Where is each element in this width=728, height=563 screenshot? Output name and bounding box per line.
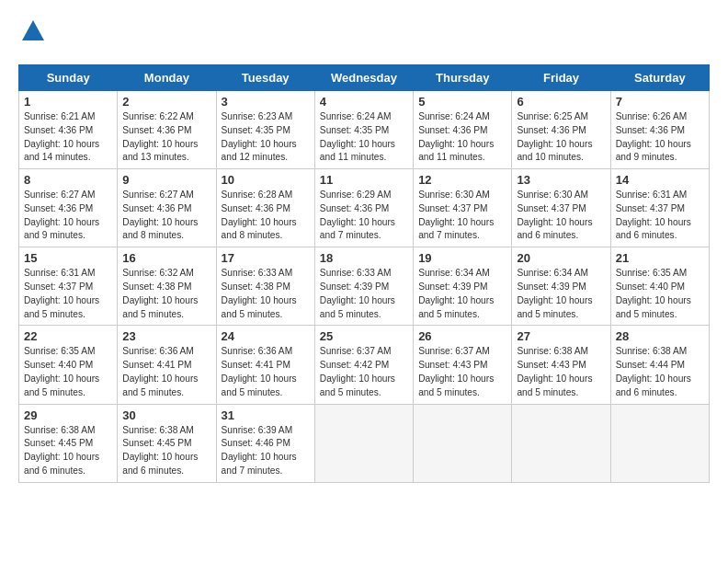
calendar-cell: 9 Sunrise: 6:27 AMSunset: 4:36 PMDayligh… <box>118 169 216 247</box>
day-number: 1 <box>24 95 112 109</box>
day-info: Sunrise: 6:35 AMSunset: 4:40 PMDaylight:… <box>24 345 112 399</box>
day-info: Sunrise: 6:28 AMSunset: 4:36 PMDaylight:… <box>222 189 310 243</box>
calendar-cell: 29 Sunrise: 6:38 AMSunset: 4:45 PMDaylig… <box>19 404 118 482</box>
calendar-cell: 22 Sunrise: 6:35 AMSunset: 4:40 PMDaylig… <box>19 326 118 404</box>
calendar-cell: 31 Sunrise: 6:39 AMSunset: 4:46 PMDaylig… <box>216 404 314 482</box>
day-info: Sunrise: 6:30 AMSunset: 4:37 PMDaylight:… <box>418 189 506 243</box>
day-info: Sunrise: 6:33 AMSunset: 4:38 PMDaylight:… <box>222 267 310 321</box>
week-row: 15 Sunrise: 6:31 AMSunset: 4:37 PMDaylig… <box>19 247 710 326</box>
day-number: 17 <box>222 251 310 265</box>
day-number: 31 <box>222 408 310 422</box>
calendar-cell <box>512 404 610 482</box>
day-number: 29 <box>24 408 112 422</box>
day-number: 3 <box>222 95 310 109</box>
day-info: Sunrise: 6:29 AMSunset: 4:36 PMDaylight:… <box>320 189 408 243</box>
day-number: 26 <box>418 329 506 343</box>
day-info: Sunrise: 6:25 AMSunset: 4:36 PMDaylight:… <box>517 110 605 165</box>
col-header-sunday: Sunday <box>19 65 118 91</box>
calendar-cell: 10 Sunrise: 6:28 AMSunset: 4:36 PMDaylig… <box>216 169 314 247</box>
calendar-cell: 8 Sunrise: 6:27 AMSunset: 4:36 PMDayligh… <box>19 169 118 247</box>
day-number: 25 <box>320 329 408 343</box>
day-info: Sunrise: 6:24 AMSunset: 4:35 PMDaylight:… <box>320 110 408 165</box>
header-row: SundayMondayTuesdayWednesdayThursdayFrid… <box>19 65 710 91</box>
calendar-cell: 27 Sunrise: 6:38 AMSunset: 4:43 PMDaylig… <box>512 326 610 404</box>
day-number: 16 <box>122 251 210 265</box>
day-number: 4 <box>320 95 408 109</box>
calendar-cell: 25 Sunrise: 6:37 AMSunset: 4:42 PMDaylig… <box>314 326 413 404</box>
day-info: Sunrise: 6:38 AMSunset: 4:45 PMDaylight:… <box>122 424 210 478</box>
calendar-cell: 17 Sunrise: 6:33 AMSunset: 4:38 PMDaylig… <box>216 247 314 326</box>
calendar-cell: 30 Sunrise: 6:38 AMSunset: 4:45 PMDaylig… <box>118 404 216 482</box>
day-number: 13 <box>517 173 605 187</box>
calendar-cell: 23 Sunrise: 6:36 AMSunset: 4:41 PMDaylig… <box>118 326 216 404</box>
col-header-tuesday: Tuesday <box>216 65 314 91</box>
calendar-cell: 24 Sunrise: 6:36 AMSunset: 4:41 PMDaylig… <box>216 326 314 404</box>
calendar-cell: 1 Sunrise: 6:21 AMSunset: 4:36 PMDayligh… <box>19 91 118 169</box>
calendar-cell: 18 Sunrise: 6:33 AMSunset: 4:39 PMDaylig… <box>314 247 413 326</box>
day-info: Sunrise: 6:34 AMSunset: 4:39 PMDaylight:… <box>418 267 506 321</box>
day-info: Sunrise: 6:31 AMSunset: 4:37 PMDaylight:… <box>24 267 112 321</box>
calendar-cell <box>610 404 709 482</box>
week-row: 29 Sunrise: 6:38 AMSunset: 4:45 PMDaylig… <box>19 404 710 482</box>
col-header-wednesday: Wednesday <box>314 65 413 91</box>
col-header-friday: Friday <box>512 65 610 91</box>
day-number: 27 <box>517 329 605 343</box>
calendar-cell <box>414 404 512 482</box>
day-number: 24 <box>222 329 310 343</box>
day-info: Sunrise: 6:38 AMSunset: 4:43 PMDaylight:… <box>517 345 605 399</box>
calendar-cell: 28 Sunrise: 6:38 AMSunset: 4:44 PMDaylig… <box>610 326 709 404</box>
calendar-cell: 20 Sunrise: 6:34 AMSunset: 4:39 PMDaylig… <box>512 247 610 326</box>
day-number: 21 <box>616 251 704 265</box>
day-info: Sunrise: 6:34 AMSunset: 4:39 PMDaylight:… <box>517 267 605 321</box>
calendar-cell: 6 Sunrise: 6:25 AMSunset: 4:36 PMDayligh… <box>512 91 610 169</box>
col-header-monday: Monday <box>118 65 216 91</box>
day-info: Sunrise: 6:31 AMSunset: 4:37 PMDaylight:… <box>616 189 704 243</box>
day-info: Sunrise: 6:33 AMSunset: 4:39 PMDaylight:… <box>320 267 408 321</box>
calendar-cell: 12 Sunrise: 6:30 AMSunset: 4:37 PMDaylig… <box>414 169 512 247</box>
week-row: 1 Sunrise: 6:21 AMSunset: 4:36 PMDayligh… <box>19 91 710 169</box>
day-number: 19 <box>418 251 506 265</box>
day-number: 6 <box>517 95 605 109</box>
day-number: 10 <box>222 173 310 187</box>
calendar-cell: 2 Sunrise: 6:22 AMSunset: 4:36 PMDayligh… <box>118 91 216 169</box>
day-info: Sunrise: 6:37 AMSunset: 4:43 PMDaylight:… <box>418 345 506 399</box>
day-number: 15 <box>24 251 112 265</box>
col-header-saturday: Saturday <box>610 65 709 91</box>
day-info: Sunrise: 6:32 AMSunset: 4:38 PMDaylight:… <box>122 267 210 321</box>
day-number: 8 <box>24 173 112 187</box>
day-number: 5 <box>418 95 506 109</box>
day-info: Sunrise: 6:36 AMSunset: 4:41 PMDaylight:… <box>122 345 210 399</box>
day-info: Sunrise: 6:22 AMSunset: 4:36 PMDaylight:… <box>122 110 210 165</box>
calendar-cell: 26 Sunrise: 6:37 AMSunset: 4:43 PMDaylig… <box>414 326 512 404</box>
day-info: Sunrise: 6:23 AMSunset: 4:35 PMDaylight:… <box>222 110 310 165</box>
page-header <box>18 18 710 50</box>
day-number: 14 <box>616 173 704 187</box>
day-number: 20 <box>517 251 605 265</box>
day-info: Sunrise: 6:38 AMSunset: 4:45 PMDaylight:… <box>24 424 112 478</box>
day-number: 22 <box>24 329 112 343</box>
day-info: Sunrise: 6:37 AMSunset: 4:42 PMDaylight:… <box>320 345 408 399</box>
day-info: Sunrise: 6:21 AMSunset: 4:36 PMDaylight:… <box>24 110 112 165</box>
calendar-cell: 5 Sunrise: 6:24 AMSunset: 4:36 PMDayligh… <box>414 91 512 169</box>
day-number: 18 <box>320 251 408 265</box>
day-number: 23 <box>122 329 210 343</box>
day-info: Sunrise: 6:35 AMSunset: 4:40 PMDaylight:… <box>616 267 704 321</box>
calendar-cell: 3 Sunrise: 6:23 AMSunset: 4:35 PMDayligh… <box>216 91 314 169</box>
day-number: 9 <box>122 173 210 187</box>
day-info: Sunrise: 6:38 AMSunset: 4:44 PMDaylight:… <box>616 345 704 399</box>
logo-wordmark <box>18 18 46 50</box>
calendar-table: SundayMondayTuesdayWednesdayThursdayFrid… <box>18 64 710 483</box>
day-number: 28 <box>616 329 704 343</box>
week-row: 8 Sunrise: 6:27 AMSunset: 4:36 PMDayligh… <box>19 169 710 247</box>
logo-icon <box>20 18 46 44</box>
day-number: 11 <box>320 173 408 187</box>
calendar-cell: 16 Sunrise: 6:32 AMSunset: 4:38 PMDaylig… <box>118 247 216 326</box>
day-info: Sunrise: 6:36 AMSunset: 4:41 PMDaylight:… <box>222 345 310 399</box>
logo <box>18 18 46 50</box>
calendar-cell <box>314 404 413 482</box>
col-header-thursday: Thursday <box>414 65 512 91</box>
calendar-cell: 21 Sunrise: 6:35 AMSunset: 4:40 PMDaylig… <box>610 247 709 326</box>
day-number: 7 <box>616 95 704 109</box>
week-row: 22 Sunrise: 6:35 AMSunset: 4:40 PMDaylig… <box>19 326 710 404</box>
day-number: 30 <box>122 408 210 422</box>
